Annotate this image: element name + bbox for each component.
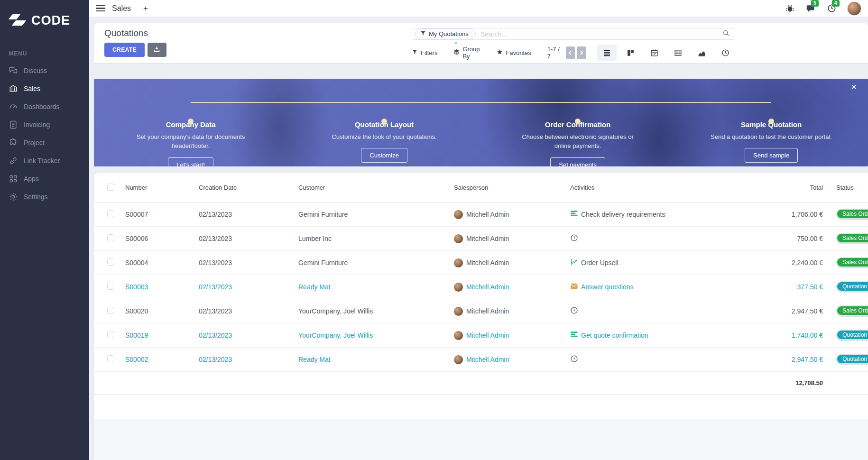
list-check-icon[interactable] [570,210,578,219]
sidebar-item-sales[interactable]: Sales [0,80,89,98]
messages-count-badge: 5 [811,0,819,7]
row-checkbox[interactable] [107,355,114,362]
sidebar-item-project[interactable]: Project [0,134,89,152]
sidebar-item-label: Apps [24,175,39,183]
cell-activity[interactable]: Order Upsell [581,259,619,267]
step-action-button[interactable]: Customize [361,148,407,163]
tab-sales[interactable]: Sales [112,4,131,13]
cell-activity[interactable]: Check delivery requirements [581,211,665,218]
kanban-view-icon[interactable] [620,45,640,61]
column-header-activities[interactable]: Activities [570,184,729,191]
row-checkbox[interactable] [107,210,114,217]
app-root: CODE MENU Discuss Sales Dashboards Invoi… [0,0,868,460]
clock-icon[interactable] [570,234,578,243]
cell-activity[interactable]: Answer questions [581,283,634,291]
cell-creation-date: 02/13/2023 [199,283,298,291]
create-button[interactable]: CREATE [104,43,145,57]
list-view-icon[interactable] [597,45,617,61]
logo-icon [8,13,27,28]
sidebar-item-settings[interactable]: Settings [0,188,89,206]
step-action-button[interactable]: Send sample [745,148,798,163]
select-all-checkbox[interactable] [107,184,114,191]
column-header-customer[interactable]: Customer [298,184,454,191]
column-header-total[interactable]: Total [729,184,828,191]
cell-salesperson: Mitchell Admin [466,356,509,363]
row-checkbox[interactable] [107,283,114,290]
row-checkbox[interactable] [107,307,114,314]
table-row[interactable]: S00019 02/13/2023 YourCompany, Joel Will… [94,323,868,348]
cell-customer: Gemini Furniture [298,211,454,218]
row-checkbox[interactable] [107,258,114,266]
table-footer-row: 12,708.50 [94,372,868,395]
search-input[interactable]: Search... [480,30,722,38]
sidebar-item-link-tracker[interactable]: Link Tracker [0,152,89,170]
calendar-view-icon[interactable] [644,45,664,61]
chart-increase-icon[interactable] [570,258,578,267]
table-row[interactable]: S00004 02/13/2023 Gemini Furniture Mitch… [94,251,868,275]
table-row[interactable]: S00007 02/13/2023 Gemini Furniture Mitch… [94,202,868,227]
row-checkbox[interactable] [107,331,114,338]
app-logo[interactable]: CODE [0,0,89,29]
row-checkbox[interactable] [107,234,114,241]
pager-previous-button[interactable] [566,46,575,59]
cell-number: S00020 [125,307,199,315]
new-tab-button[interactable]: + [143,4,148,13]
search-icon[interactable] [722,29,730,39]
sidebar-item-discuss[interactable]: Discuss [0,62,89,80]
column-header-creation-date[interactable]: Creation Date [199,184,298,191]
table-row[interactable]: S00003 02/13/2023 Ready Mat Mitchell Adm… [94,275,868,299]
table-row[interactable]: S00006 02/13/2023 Lumber Inc Mitchell Ad… [94,227,868,251]
graph-view-icon[interactable] [692,45,711,61]
status-badge: Quotation [836,281,868,293]
bug-icon[interactable] [785,3,795,14]
search-facet-chip[interactable]: My Quotations [415,28,476,39]
envelope-icon[interactable] [570,282,578,292]
sidebar-item-dashboards[interactable]: Dashboards [0,98,89,116]
salesperson-avatar [454,283,463,292]
column-header-number[interactable]: Number [125,184,199,191]
cell-creation-date: 02/13/2023 [199,307,298,315]
table-total-sum: 12,708.50 [729,379,828,386]
clock-icon[interactable] [570,306,578,316]
table-card-footer-area [94,419,868,460]
cell-salesperson: Mitchell Admin [466,211,509,218]
cell-activity[interactable]: Get quote confirmation [581,331,648,339]
favorites-button[interactable]: Favorites [497,49,531,56]
table-row[interactable]: S00020 02/13/2023 YourCompany, Joel Will… [94,299,868,323]
activities-clock-icon[interactable]: 4 [826,3,837,14]
facet-label: My Quotations [429,30,469,37]
column-header-salesperson[interactable]: Salesperson [454,184,570,191]
messages-icon[interactable]: 5 [805,3,816,14]
group-by-label: Group By [462,46,480,60]
cell-customer: Lumber Inc [298,235,454,242]
facet-remove-icon[interactable]: × [454,41,458,46]
cell-salesperson: Mitchell Admin [466,235,509,242]
pager: 1-7 / 7 [547,46,586,60]
cell-total: 750.00 € [729,235,828,242]
step-action-button[interactable]: Set payments [550,157,605,166]
clock-icon[interactable] [570,355,578,364]
sidebar-item-invoicing[interactable]: Invoicing [0,116,89,134]
sidebar-item-apps[interactable]: Apps [0,170,89,188]
user-avatar[interactable] [847,1,861,16]
pager-next-button[interactable] [577,46,586,59]
hamburger-menu-icon[interactable] [96,5,105,12]
export-button[interactable] [148,43,166,57]
activity-view-icon[interactable] [715,45,735,61]
pivot-view-icon[interactable] [668,45,688,61]
view-switcher [597,45,735,61]
cell-salesperson: Mitchell Admin [466,331,509,339]
status-badge-label: Quotation [837,331,868,339]
search-bar[interactable]: My Quotations × Search... [412,28,735,40]
pager-count: 1-7 / 7 [547,46,560,60]
status-badge-label: Sales Order [837,258,868,267]
column-header-status[interactable]: Status [828,184,868,191]
group-by-button[interactable]: Group By [453,46,480,60]
filters-button[interactable]: Filters [412,49,437,56]
step-action-button[interactable]: Let's start! [168,157,213,166]
table-row[interactable]: S00002 02/13/2023 Ready Mat Mitchell Adm… [94,348,868,372]
discuss-icon [9,66,18,75]
step-dot-icon [188,119,194,124]
activities-count-badge: 4 [832,0,840,7]
list-check-icon[interactable] [570,331,578,340]
